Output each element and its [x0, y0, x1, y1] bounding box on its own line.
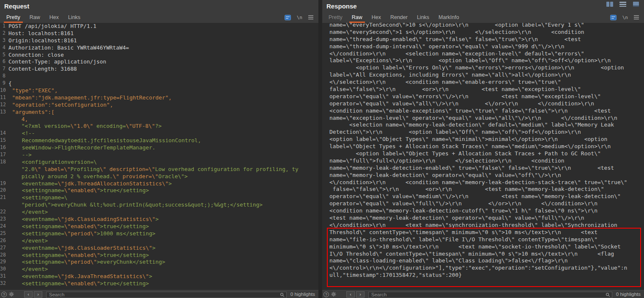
layout-controls [605, 1, 641, 8]
tab-hex[interactable]: Hex [367, 12, 386, 23]
response-tabs: PrettyRawHexRenderLinksMarkInfo [322, 12, 464, 23]
request-code-line: 15 Recommendedwaytoedit.jfcfilesistouseJ… [0, 137, 318, 144]
response-code-line: false=\"false\">\r\n <or>\r\n <test name… [322, 186, 644, 193]
response-panel-header: Response [322, 0, 644, 12]
tab-hex[interactable]: Hex [45, 12, 63, 23]
search-field [368, 290, 612, 298]
next-match-button[interactable]: › [34, 291, 42, 298]
request-code-line: 9{ [0, 80, 318, 87]
response-code-line: name=\"everySecond\">1 s<\/option>\r\n <… [322, 29, 644, 36]
search-icon [606, 291, 610, 298]
tab-raw[interactable]: Raw [347, 12, 367, 23]
request-panel-title: Request [4, 3, 29, 10]
response-code-line: label=\"Object Types + Allocation Stack … [322, 143, 644, 150]
request-editor[interactable]: 1POST /api/jolokia/ HTTP/1.12Host: local… [0, 23, 318, 290]
panel-divider[interactable] [318, 0, 322, 298]
syntax-highlight-icon[interactable] [610, 15, 617, 20]
response-editor-toolbar: \n [610, 12, 644, 23]
response-code-line: name=\"thread-dump-enabled\" true=\"fals… [322, 36, 644, 43]
response-code-line: <test name=\"memory-leak-detection\" ope… [322, 215, 644, 222]
tab-pretty[interactable]: Pretty [2, 12, 25, 23]
response-code-line: name=\"class-loading-enabled\" label=\"C… [322, 257, 644, 265]
response-code-line: <\/condition>\r\n <condition name=\"memo… [322, 179, 644, 186]
request-code-line: 22 </event> [0, 209, 318, 216]
request-code-line: 5Connection: close [0, 52, 318, 59]
newline-toggle-icon[interactable]: \n [622, 15, 628, 20]
request-code-line: 21 <settingname=\ [0, 194, 318, 201]
editor-menu-icon[interactable] [634, 15, 639, 19]
request-tabbar: PrettyRawHexLinks \n [0, 12, 318, 23]
search-field [46, 290, 287, 298]
response-search-bar: ? ‹ › 0 highlights [322, 290, 644, 298]
request-tabs: PrettyRawHexLinks [0, 12, 85, 23]
request-code-line: 14 <!-- [0, 130, 318, 137]
request-code-line: 6Content-Type: application/json [0, 58, 318, 66]
request-code-line: 19 <eventname=\"jdk.ThreadAllocationStat… [0, 180, 318, 188]
response-code-line: false=\"false\">\r\n <or>\r\n <test name… [322, 86, 644, 93]
request-code-line: 3Origin:localhost:8161 [0, 37, 318, 44]
request-search-bar: ? ‹ › 0 highlights [0, 290, 318, 298]
layout-combined-icon[interactable] [631, 1, 641, 8]
request-code-line: 24 <settingname=\"enabled\">true</settin… [0, 223, 318, 230]
request-code-line: 16 seeWindow->FlightRecorderTemplateMana… [0, 144, 318, 152]
response-code-line: operator=\"equal\" value=\"full\"\/>\r\n… [322, 200, 644, 207]
response-code-line: operator=\"equal\" value=\"all\"\/>\r\n … [322, 100, 644, 108]
response-code-line: name=\"file-io-threshold\" label=\"File … [322, 236, 644, 243]
tab-links[interactable]: Links [412, 12, 434, 23]
request-code-line: 17 --> [0, 152, 318, 159]
response-code-line: Threshold\" contentType=\"timespan\" min… [322, 229, 644, 236]
response-code-line: <option label=\"Object Types + Allocatio… [322, 150, 644, 157]
request-code-line: "<?xml version=\"1.0\" encoding=\"UTF-8\… [0, 123, 318, 130]
syntax-highlight-icon[interactable] [285, 15, 291, 20]
response-code-line: name=\"exception-level\" operator=\"equa… [322, 115, 644, 122]
tab-markinfo[interactable]: MarkInfo [434, 12, 464, 23]
newline-toggle-icon[interactable]: \n [297, 15, 302, 20]
request-panel-header: Request [0, 0, 318, 12]
response-code-line: <selection name=\"memory-leak-detection\… [322, 121, 644, 129]
request-code: 1POST /api/jolokia/ HTTP/1.12Host: local… [0, 23, 318, 287]
highlight-count: 0 highlights [290, 292, 315, 297]
help-icon[interactable]: ? [323, 292, 329, 297]
search-input[interactable] [46, 292, 287, 298]
request-code-line: 10 "type":"EXEC", [0, 87, 318, 94]
request-editor-toolbar: \n [285, 12, 318, 23]
next-match-button[interactable]: › [356, 291, 364, 298]
request-code-line: 12 "operation":"setConfiguration", [0, 102, 318, 109]
response-code-line: I\/O Threshold\" contentType=\"timespan\… [322, 251, 644, 258]
request-panel: Request PrettyRawHexLinks \n 1POST /api/… [0, 0, 318, 298]
request-code-line: 25 <settingname=\"period\">1000 ms</sett… [0, 230, 318, 237]
highlight-count: 0 highlights [616, 292, 641, 297]
response-code-line: <option label=\"Object Types\" name=\"mi… [322, 136, 644, 143]
tab-pretty[interactable]: Pretty [324, 12, 347, 23]
response-code-line: <condition name=\"enable-exceptions\" tr… [322, 108, 644, 115]
tab-links[interactable]: Links [63, 12, 85, 23]
request-code-line: 30 </event> [0, 266, 318, 273]
request-code-line: "period\">everyChunk &lt;%out.printIn(&q… [0, 201, 318, 209]
search-icon [280, 291, 285, 298]
search-input[interactable] [368, 292, 612, 298]
request-code-line: 1POST /api/jolokia/ HTTP/1.1 [0, 23, 318, 30]
request-code-line: pically around 2 % overhead.\" provider=… [0, 173, 318, 180]
layout-rows-icon[interactable] [618, 1, 628, 8]
layout-columns-icon[interactable] [605, 1, 614, 8]
prev-match-button[interactable]: ‹ [24, 291, 33, 298]
help-icon[interactable]: ? [1, 292, 7, 297]
search-settings-icon[interactable] [9, 292, 14, 297]
editor-menu-icon[interactable] [308, 15, 313, 19]
request-code-line: 29 <settingname=\"period\">everyChunk</s… [0, 259, 318, 266]
response-panel-title: Response [326, 3, 357, 10]
response-code-line: <\/condition>\r\n <text name=\"synchroni… [322, 222, 644, 229]
request-code-line: 23 <eventname=\"jdk.ClassLoadingStatisti… [0, 216, 318, 223]
tab-raw[interactable]: Raw [25, 12, 45, 23]
tab-render[interactable]: Render [386, 12, 412, 23]
response-editor[interactable]: name=\"everyTenSecond\">10 s<\/option>\r… [322, 23, 644, 290]
response-code-line: name=\"thread-dump-interval\" operator=\… [322, 43, 644, 50]
search-settings-icon[interactable] [331, 292, 336, 297]
request-code-line: 8 [0, 73, 318, 80]
request-code-line: 4, [0, 116, 318, 123]
response-code-line: label=\"All Exceptions, including Errors… [322, 72, 644, 79]
response-code-line: name=\"everyTenSecond\">10 s<\/option>\r… [322, 23, 644, 29]
response-code-line: ull,"timestamp":1701358472,"status":200} [322, 272, 644, 279]
response-panel: Response PrettyRawHexRenderLinksMarkInfo [322, 0, 644, 298]
prev-match-button[interactable]: ‹ [346, 291, 355, 298]
